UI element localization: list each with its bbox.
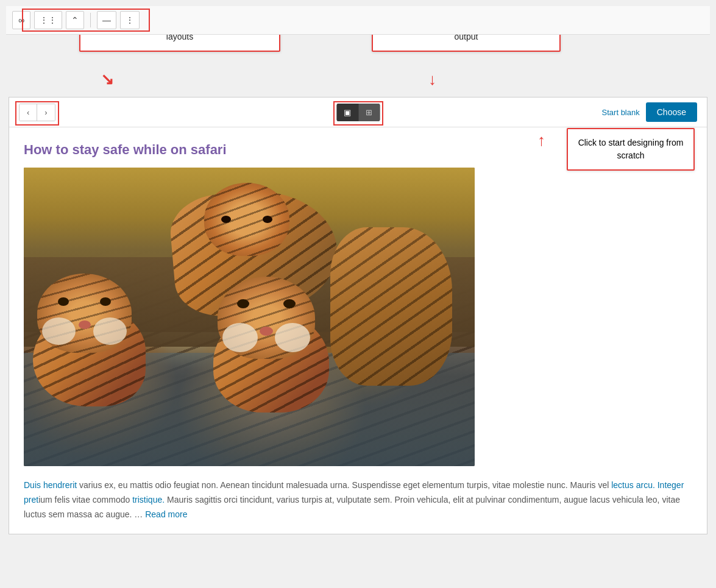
toolbar-grid-btn[interactable]: ⋮⋮ (34, 11, 62, 29)
cheek-left (42, 317, 76, 345)
separator-icon: — (102, 15, 111, 25)
article-excerpt: Duis hendrerit varius ex, eu mattis odio… (24, 478, 692, 522)
content-area: How to stay safe while on safari (9, 127, 707, 534)
link-tristique[interactable]: tristique. (132, 495, 165, 505)
prev-icon: ‹ (27, 108, 29, 117)
panel-header: ‹ › ▣ ⊞ Start blank Choose Clic (9, 97, 707, 127)
read-more-link[interactable]: Read more (145, 509, 187, 519)
tiger-head-right (218, 277, 315, 359)
link-integer[interactable]: Integer pret (24, 480, 684, 505)
single-view-icon: ▣ (344, 108, 351, 117)
grid-view-btn[interactable]: ⊞ (358, 104, 380, 121)
annotation-start-blank-text: Click to start designing from scratch (578, 138, 684, 160)
dots-grid-icon: ⋮⋮ (40, 15, 57, 25)
more-icon: ⋮ (126, 15, 134, 25)
arrow3-icon: ↑ (537, 131, 545, 150)
link-duis[interactable]: Duis hendrerit (24, 480, 77, 490)
link-lectus[interactable]: lectus arcu. (611, 480, 655, 490)
top-annotation-area: ☐ ⊟ Click to select between different ca… (6, 6, 710, 94)
toolbar-chevron-btn[interactable]: ⌃ (66, 11, 84, 29)
choose-button[interactable]: Choose (646, 102, 697, 122)
tiger-head-left (37, 274, 132, 353)
arrow1-icon: ↙ (101, 70, 114, 89)
annotation-start-blank: Click to start designing from scratch (567, 128, 695, 171)
chevron-icon: ⌃ (71, 15, 79, 25)
toolbar-infinity-btn[interactable]: ∞ (12, 11, 30, 29)
tiger-head-back (204, 183, 289, 256)
arrow2-icon: ↓ (428, 70, 436, 89)
next-button[interactable]: › (37, 104, 54, 121)
main-panel: ‹ › ▣ ⊞ Start blank Choose Clic (9, 97, 707, 534)
tiger-body-third (330, 227, 452, 386)
eye-back-right (263, 216, 272, 223)
nose-left (79, 321, 91, 329)
eye-left-1 (58, 297, 69, 306)
cheek-right-1 (222, 323, 258, 352)
view-toggle: ▣ ⊞ (336, 104, 380, 121)
prev-button[interactable]: ‹ (19, 104, 37, 121)
cheek-right-left (93, 317, 127, 345)
toolbar: ∞ ⋮⋮ ⌃ — ⋮ (6, 6, 710, 35)
nav-arrows: ‹ › (19, 104, 55, 121)
infinity-icon: ∞ (18, 15, 24, 25)
header-right: Start blank Choose (602, 102, 697, 122)
eye-left-2 (100, 297, 111, 306)
stripes-head-back (204, 183, 289, 256)
start-blank-link[interactable]: Start blank (602, 108, 640, 117)
toolbar-separator (90, 13, 91, 27)
page-wrapper: ☐ ⊟ Click to select between different ca… (6, 6, 710, 534)
nose-right (260, 327, 273, 336)
grid-view-icon: ⊞ (366, 108, 372, 117)
toolbar-more-btn[interactable]: ⋮ (120, 11, 140, 29)
article-image (24, 168, 475, 466)
toolbar-separator-btn[interactable]: — (97, 11, 116, 29)
single-view-btn[interactable]: ▣ (336, 104, 358, 121)
cheek-right-2 (275, 323, 310, 352)
stripes-third (330, 227, 452, 386)
eye-back-left (221, 216, 231, 223)
next-icon: › (44, 108, 47, 117)
